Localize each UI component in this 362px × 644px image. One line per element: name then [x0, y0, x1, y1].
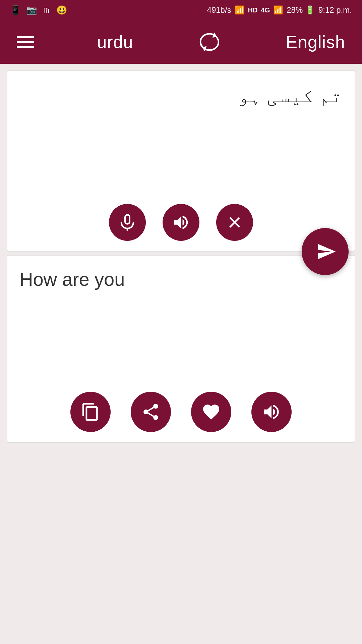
- tts-volume-icon: [262, 402, 281, 422]
- network-speed: 491b/s: [207, 5, 231, 15]
- image-icon: 📷: [26, 5, 37, 15]
- close-icon: [226, 213, 244, 231]
- heart-icon: [201, 402, 221, 422]
- send-icon: [316, 241, 337, 262]
- swap-languages-button[interactable]: [196, 29, 223, 55]
- clear-button[interactable]: [216, 204, 253, 241]
- favorite-button[interactable]: [191, 392, 231, 432]
- source-language-label[interactable]: urdu: [97, 32, 133, 52]
- usb-icon: ⫙: [42, 5, 51, 15]
- status-bar-left: 📱 📷 ⫙ 😃: [10, 5, 67, 15]
- wifi-icon: 📶: [235, 5, 245, 15]
- swap-icon: [197, 30, 222, 54]
- translation-panel-actions: [7, 392, 355, 432]
- copy-icon: [81, 402, 100, 422]
- share-icon: [141, 402, 161, 422]
- volume-icon: [172, 213, 190, 231]
- main-content: تم کیسی ہو: [0, 64, 362, 644]
- source-text-panel: تم کیسی ہو: [7, 70, 355, 252]
- mic-icon: [118, 213, 136, 231]
- status-bar: 📱 📷 ⫙ 😃 491b/s 📶 HD 4G 📶 28% 🔋 9:12 p.m.: [0, 0, 362, 20]
- battery-icon: 28% 🔋: [287, 5, 315, 15]
- time-display: 9:12 p.m.: [318, 5, 352, 15]
- status-bar-right: 491b/s 📶 HD 4G 📶 28% 🔋 9:12 p.m.: [207, 5, 352, 15]
- share-button[interactable]: [131, 392, 171, 432]
- tts-button[interactable]: [251, 392, 292, 432]
- menu-button[interactable]: [17, 36, 34, 48]
- translated-text-panel: How are you: [7, 255, 355, 443]
- target-language-label[interactable]: English: [286, 32, 345, 52]
- nav-bar: urdu English: [0, 20, 362, 64]
- copy-button[interactable]: [70, 392, 111, 432]
- hd-icon: HD: [248, 6, 258, 14]
- menu-line-1: [17, 36, 34, 38]
- send-translate-button[interactable]: [302, 228, 349, 275]
- network-icon: 4G: [261, 6, 270, 14]
- menu-line-3: [17, 46, 34, 48]
- whatsapp-icon: 📱: [10, 5, 21, 15]
- source-text[interactable]: تم کیسی ہو: [7, 71, 355, 120]
- volume-button[interactable]: [163, 204, 199, 241]
- menu-line-2: [17, 41, 34, 43]
- translated-text: How are you: [7, 256, 355, 303]
- source-panel-actions: [7, 204, 355, 241]
- microphone-button[interactable]: [109, 204, 146, 241]
- signal-icon: 📶: [273, 5, 283, 15]
- emoji-icon: 😃: [56, 5, 67, 15]
